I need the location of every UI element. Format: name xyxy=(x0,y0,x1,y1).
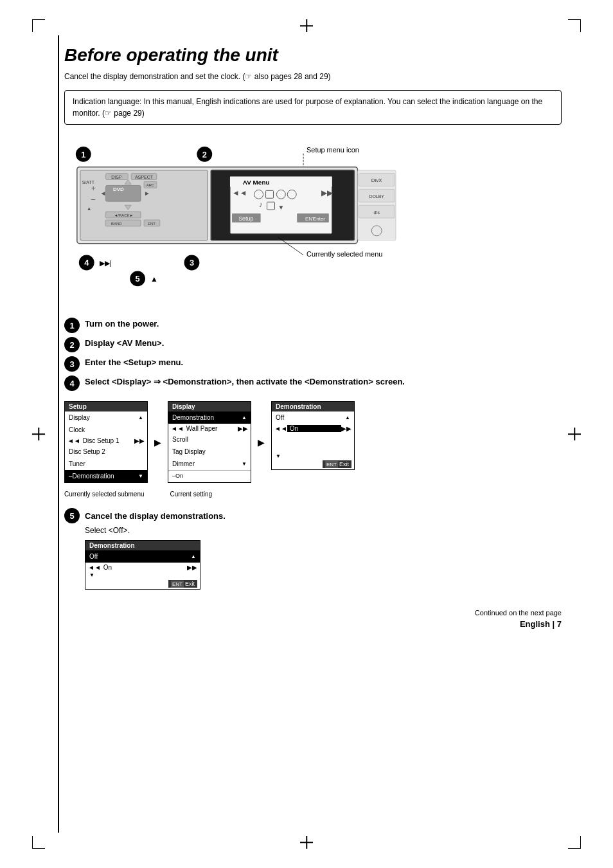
svg-text:▲: ▲ xyxy=(87,206,92,212)
footer-continued: Continued on the next page xyxy=(64,609,562,617)
svg-text:♪: ♪ xyxy=(259,200,263,209)
svg-text:dts: dts xyxy=(374,210,380,215)
svg-text:1: 1 xyxy=(81,150,85,159)
setup-item-disc2: Disc Setup 2 xyxy=(65,446,147,458)
svg-text:DVD: DVD xyxy=(113,186,124,192)
cancel-demo-header: Demonstration xyxy=(85,541,200,550)
page-title: Before operating the unit xyxy=(64,45,562,66)
svg-text:▼: ▼ xyxy=(278,204,284,211)
device-svg: 1 2 Setup menu icon DISP ASPECT TILT xyxy=(64,138,562,305)
svg-text:AV Menu: AV Menu xyxy=(243,179,270,186)
menu-screenshots: Setup Display ▲ Clock ◄◄ Disc Setup 1 ▶▶… xyxy=(64,401,562,483)
svg-text:◄/RACK►: ◄/RACK► xyxy=(114,213,133,217)
footer: Continued on the next page English | 7 xyxy=(64,609,562,629)
page-wrapper: Before operating the unit Cancel the dis… xyxy=(0,0,613,868)
svg-text:◄: ◄ xyxy=(100,190,107,197)
device-area: 1 2 Setup menu icon DISP ASPECT TILT xyxy=(64,138,562,305)
svg-text:DISP: DISP xyxy=(111,175,122,179)
svg-text:ASPECT: ASPECT xyxy=(135,175,154,179)
cross-right xyxy=(568,428,581,440)
step-3-circle: 3 xyxy=(64,356,80,372)
display-item-demonstration: Demonstration ▲ xyxy=(168,411,251,424)
info-box-text: Indication language: In this manual, Eng… xyxy=(73,97,542,118)
cancel-demo-off: Off ▲ xyxy=(85,550,200,563)
step-3-text: Enter the <Setup> menu. xyxy=(85,356,183,370)
svg-rect-7 xyxy=(80,170,208,240)
step-4-text: Select <Display> ⇒ <Demonstration>, then… xyxy=(85,375,405,389)
setup-item-demonstration: –Demonstration ▼ xyxy=(65,470,147,482)
nav-right-arrow: ▶▶ xyxy=(134,437,145,444)
demo-nav-right: ▶▶ xyxy=(341,425,351,432)
demo-ent-exit: ENTExit xyxy=(323,460,351,468)
step-4-circle: 4 xyxy=(64,375,80,391)
demo-bottom-row: ENTExit xyxy=(272,459,354,469)
svg-text:Currently selected menu: Currently selected menu xyxy=(306,250,382,258)
corner-br xyxy=(568,836,581,849)
menu-separator-1: ▶ xyxy=(152,437,164,448)
cancel-title-text: Cancel the display demonstrations. xyxy=(85,511,226,521)
footer-page: English | 7 xyxy=(64,619,562,629)
cancel-demo-spacer: ▼ xyxy=(85,572,200,579)
demo-menu-box: Demonstration Off ▲ ◄◄ On ▶▶ ▼ ENTExit xyxy=(271,401,355,470)
cross-top xyxy=(300,19,313,32)
svg-text:Enter: Enter xyxy=(313,216,325,222)
setup-item-clock: Clock xyxy=(65,424,147,436)
svg-text:+: + xyxy=(91,184,96,193)
cancel-demo-nav: ◄◄ On ▶▶ xyxy=(85,563,200,572)
step-1-text: Turn on the power. xyxy=(85,318,159,331)
cancel-title: 5 Cancel the display demonstrations. xyxy=(64,508,562,523)
menu-captions: Currently selected submenu Current setti… xyxy=(64,491,562,498)
svg-text:2: 2 xyxy=(202,150,207,159)
svg-text:▶▶: ▶▶ xyxy=(321,188,333,197)
step-2-circle: 2 xyxy=(64,337,80,352)
svg-text:▲: ▲ xyxy=(150,275,158,284)
display-nav-left: ◄◄ xyxy=(171,425,184,432)
caption-submenu: Currently selected submenu xyxy=(64,491,145,498)
display-item-tag: Tag Display xyxy=(168,446,251,458)
setup-nav-row: ◄◄ Disc Setup 1 ▶▶ xyxy=(65,436,147,446)
svg-text:▶▶|: ▶▶| xyxy=(100,259,112,267)
display-menu-box: Display Demonstration ▲ ◄◄ Wall Paper ▶▶… xyxy=(168,401,251,483)
step-2: 2 Display <AV Menu>. xyxy=(64,337,562,352)
svg-text:ARC: ARC xyxy=(147,183,155,187)
setup-item-display: Display ▲ xyxy=(65,411,147,424)
page-subtitle: Cancel the display demonstration and set… xyxy=(64,72,562,81)
cancel-nav-right: ▶▶ xyxy=(187,564,197,571)
corner-tl xyxy=(32,19,45,32)
demo-spacer xyxy=(272,433,354,444)
svg-text:◄◄: ◄◄ xyxy=(232,188,247,197)
cancel-step-circle: 5 xyxy=(64,508,80,523)
display-menu-header: Display xyxy=(168,402,251,411)
svg-text:Setup: Setup xyxy=(238,215,253,222)
corner-tr xyxy=(568,19,581,32)
nav-left-arrow: ◄◄ xyxy=(67,437,80,444)
demo-nav-left: ◄◄ xyxy=(274,425,287,432)
steps-list: 1 Turn on the power. 2 Display <AV Menu>… xyxy=(64,318,562,391)
cancel-demo-menu: Demonstration Off ▲ ◄◄ On ▶▶ ▼ ENTExit xyxy=(85,540,200,590)
svg-text:►: ► xyxy=(144,190,150,197)
cross-left xyxy=(32,428,45,440)
svg-text:–: – xyxy=(91,195,96,204)
demo-spacer2 xyxy=(272,444,354,454)
setup-menu-box: Setup Display ▲ Clock ◄◄ Disc Setup 1 ▶▶… xyxy=(64,401,148,483)
svg-text:DivX: DivX xyxy=(371,177,382,183)
info-box: Indication language: In this manual, Eng… xyxy=(64,90,562,125)
demo-item-off: Off ▲ xyxy=(272,411,354,424)
svg-text:Setup menu icon: Setup menu icon xyxy=(306,146,359,154)
svg-text:DOLBY: DOLBY xyxy=(369,194,384,199)
cancel-nav-left: ◄◄ xyxy=(88,564,101,571)
demo-nav-row: ◄◄ On ▶▶ xyxy=(272,424,354,433)
display-item-dimmer: Dimmer ▼ xyxy=(168,458,251,470)
svg-text:5: 5 xyxy=(136,274,140,284)
display-item-scroll: Scroll xyxy=(168,433,251,446)
svg-text:BAND: BAND xyxy=(111,222,122,226)
step-3: 3 Enter the <Setup> menu. xyxy=(64,356,562,372)
cancel-subtitle: Select <Off>. xyxy=(85,526,562,535)
svg-text:ENT: ENT xyxy=(148,222,155,226)
cancel-bottom-row: ENTExit xyxy=(85,579,200,589)
cancel-section: 5 Cancel the display demonstrations. Sel… xyxy=(64,508,562,590)
caption-setting: Current setting xyxy=(170,491,213,498)
left-border xyxy=(58,35,59,833)
svg-text:4: 4 xyxy=(84,258,89,267)
display-footer: –On xyxy=(168,470,251,482)
